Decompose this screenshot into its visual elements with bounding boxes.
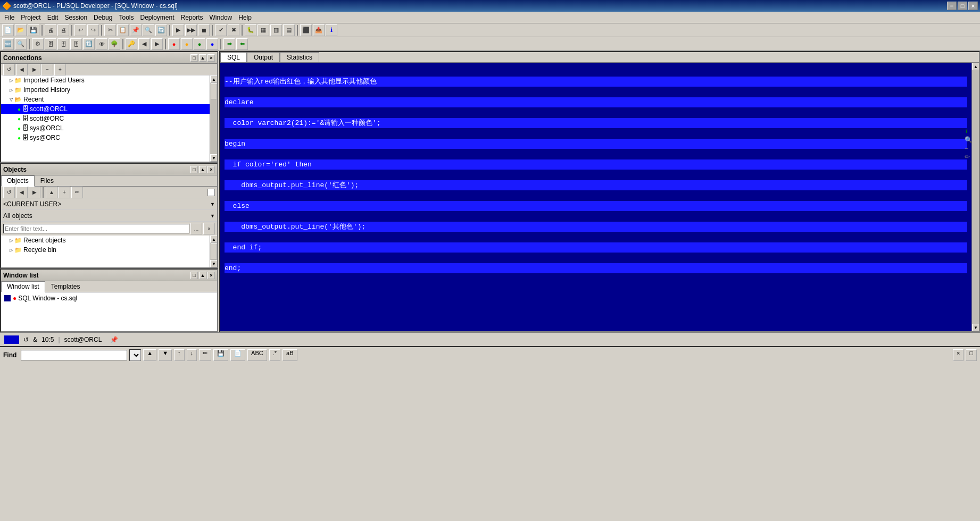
- obj-tb-back[interactable]: ◀: [16, 187, 28, 198]
- tab-sql[interactable]: SQL: [220, 52, 247, 62]
- obj-tb-fwd[interactable]: ▶: [29, 187, 40, 198]
- tab-objects[interactable]: Objects: [1, 175, 35, 187]
- scroll-thumb[interactable]: [211, 83, 217, 99]
- obj-tb-up[interactable]: ▲: [46, 187, 57, 198]
- find-down-btn[interactable]: ↓: [187, 349, 197, 361]
- scroll-down[interactable]: ▼: [210, 260, 217, 267]
- minimize-button[interactable]: −: [947, 2, 957, 10]
- conn-scott-orc[interactable]: ● 🗄 scott@ORC: [1, 114, 210, 123]
- conn-imported-fixed[interactable]: ▷ 📁 Imported Fixed Users: [1, 75, 210, 85]
- tb2-bp4[interactable]: ●: [206, 38, 218, 50]
- obj-tb-edit[interactable]: ✏: [71, 187, 83, 198]
- wl-btn-max[interactable]: ▲: [199, 272, 206, 279]
- maximize-button[interactable]: □: [958, 2, 967, 10]
- filter-btn-x[interactable]: ×: [203, 223, 215, 234]
- conn-plus[interactable]: +: [54, 64, 66, 75]
- connections-btn-close[interactable]: ×: [207, 54, 215, 62]
- tb2-bp3[interactable]: ●: [194, 38, 205, 50]
- tb-grid3[interactable]: ▤: [283, 24, 295, 36]
- obj-btn-max[interactable]: ▲: [199, 166, 206, 173]
- tb-stop[interactable]: ⏹: [198, 24, 210, 36]
- menu-debug[interactable]: Debug: [90, 13, 115, 22]
- tb2-search[interactable]: 🔍: [15, 38, 27, 50]
- find-close-btn[interactable]: ×: [953, 349, 964, 361]
- tb2-key[interactable]: 🔑: [126, 38, 137, 50]
- obj-btn-close[interactable]: ×: [207, 166, 215, 173]
- conn-icon-edit[interactable]: ✏: [965, 153, 973, 161]
- scroll-up[interactable]: ▲: [210, 236, 217, 243]
- conn-icon-minus[interactable]: −: [965, 145, 973, 152]
- tb-save[interactable]: 💾: [28, 24, 39, 36]
- tab-statistics[interactable]: Statistics: [280, 52, 319, 62]
- find-dropdown[interactable]: [129, 349, 141, 361]
- menu-reports[interactable]: Reports: [178, 13, 206, 22]
- obj-tb-plus[interactable]: +: [59, 187, 70, 198]
- obj-recent[interactable]: ▷ 📁 Recent objects: [1, 236, 210, 245]
- tb-debug[interactable]: 🐛: [245, 24, 256, 36]
- find-regex-btn[interactable]: .*: [269, 349, 280, 361]
- menu-deployment[interactable]: Deployment: [137, 13, 177, 22]
- tb2-new[interactable]: 🆕: [2, 38, 14, 50]
- obj-tb-check[interactable]: [207, 189, 215, 196]
- tb-open[interactable]: 📂: [15, 24, 27, 36]
- find-input[interactable]: [21, 350, 127, 360]
- connections-btn-max[interactable]: ▲: [199, 54, 206, 62]
- checkbox[interactable]: [207, 189, 215, 196]
- tb-redo[interactable]: ↪: [87, 24, 99, 36]
- obj-btn-restore[interactable]: □: [190, 166, 198, 173]
- wl-btn-close[interactable]: ×: [207, 272, 215, 279]
- conn-icon-search[interactable]: 🔍: [965, 136, 973, 144]
- tb-copy[interactable]: 📋: [117, 24, 129, 36]
- tb-grid1[interactable]: ▦: [258, 24, 269, 36]
- menu-window[interactable]: Window: [206, 13, 236, 22]
- current-user-dropdown[interactable]: <CURRENT USER> ▼: [1, 198, 217, 210]
- tab-templates[interactable]: Templates: [45, 281, 86, 292]
- tb-replace[interactable]: 🔄: [155, 24, 167, 36]
- filter-input[interactable]: [3, 224, 189, 233]
- conn-minus[interactable]: −: [41, 64, 53, 75]
- tb2-view[interactable]: 👁: [96, 38, 107, 50]
- find-prev-btn[interactable]: ▲: [143, 349, 156, 361]
- menu-edit[interactable]: Edit: [44, 13, 62, 22]
- tb2-next[interactable]: ▶: [151, 38, 163, 50]
- tab-output[interactable]: Output: [247, 52, 280, 62]
- tb2-prev[interactable]: ◀: [138, 38, 150, 50]
- conn-scott-orcl[interactable]: ● 🗄 scott@ORCL: [1, 104, 210, 114]
- find-maximize-btn[interactable]: □: [966, 349, 977, 361]
- tb-print2[interactable]: 🖨: [57, 24, 69, 36]
- find-pencil-btn[interactable]: ✏: [199, 349, 211, 361]
- scroll-up[interactable]: ▲: [972, 63, 979, 70]
- code-editor[interactable]: --用户输入red输出红色，输入其他显示其他颜色 declare color v…: [220, 63, 971, 331]
- tb-rollback[interactable]: ✖: [228, 24, 239, 36]
- tb-paste[interactable]: 📌: [130, 24, 142, 36]
- conn-back[interactable]: ◀: [16, 64, 28, 75]
- objects-scrollbar[interactable]: ▲ ▼: [210, 236, 217, 267]
- conn-sys-orcl[interactable]: ● 🗄 sys@ORCL: [1, 123, 210, 133]
- filter-btn-dots[interactable]: ...: [190, 223, 202, 234]
- menu-project[interactable]: Project: [18, 13, 44, 22]
- scroll-down[interactable]: ▼: [210, 154, 217, 162]
- tb2-tree[interactable]: 🌳: [109, 38, 120, 50]
- close-button[interactable]: ×: [968, 2, 978, 10]
- menu-help[interactable]: Help: [235, 13, 255, 22]
- tb-undo[interactable]: ↩: [74, 24, 86, 36]
- tb-export[interactable]: 📤: [313, 24, 325, 36]
- tb2-arrow-l[interactable]: ⬅: [236, 38, 248, 50]
- conn-fwd[interactable]: ▶: [29, 64, 40, 75]
- all-objects-dropdown[interactable]: All objects ▼: [1, 210, 217, 222]
- scroll-up[interactable]: ▲: [210, 75, 217, 83]
- wl-btn-restore[interactable]: □: [190, 272, 198, 279]
- tb-info[interactable]: ℹ: [326, 24, 337, 36]
- tab-files[interactable]: Files: [35, 175, 60, 186]
- tb-print[interactable]: 🖨: [45, 24, 56, 36]
- conn-imported-history[interactable]: ▷ 📁 Imported History: [1, 85, 210, 95]
- tb-red-stop[interactable]: ⬛: [300, 24, 312, 36]
- obj-tb-refresh[interactable]: ↺: [3, 187, 15, 198]
- menu-file[interactable]: File: [1, 13, 18, 22]
- tb-grid2[interactable]: ▥: [270, 24, 282, 36]
- tb-execute[interactable]: ▶: [172, 24, 184, 36]
- tab-window-list[interactable]: Window list: [1, 281, 45, 292]
- tb2-db2[interactable]: 🗄: [57, 38, 69, 50]
- scroll-down[interactable]: ▼: [972, 324, 979, 331]
- find-case-btn[interactable]: aB: [283, 349, 297, 361]
